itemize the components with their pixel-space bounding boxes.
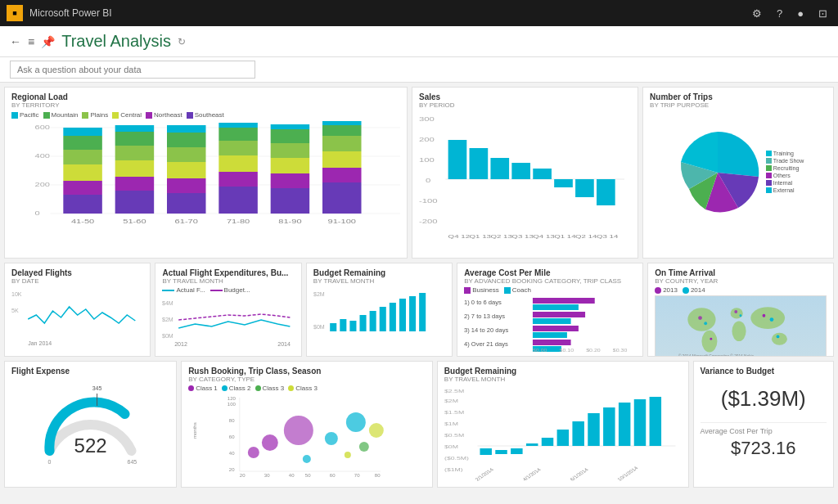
svg-rect-39	[271, 143, 310, 158]
nav-pin-icon[interactable]: 📌	[41, 35, 55, 48]
avg-cost-chart: 1) 0 to 6 days 2) 7 to 13 days 3) 14 to …	[464, 296, 636, 352]
nav-list-icon[interactable]: ≡	[28, 35, 34, 48]
svg-text:50: 50	[305, 473, 311, 478]
svg-text:Q2 14: Q2 14	[575, 234, 597, 240]
budget-main-title: Budget Remaining	[444, 367, 682, 376]
svg-rect-86	[359, 315, 366, 331]
svg-point-118	[740, 314, 742, 317]
svg-rect-171	[603, 407, 615, 446]
nav-back-icon[interactable]: ←	[10, 35, 21, 48]
svg-rect-91	[409, 296, 416, 331]
svg-text:$4M: $4M	[162, 300, 173, 306]
svg-rect-172	[619, 403, 630, 446]
svg-text:$2M: $2M	[444, 398, 458, 403]
svg-text:40: 40	[229, 451, 235, 456]
regional-load-chart: 600 400 200 0 41-50	[11, 121, 400, 240]
svg-rect-8	[63, 195, 102, 214]
svg-rect-43	[322, 182, 362, 214]
svg-rect-57	[448, 140, 467, 179]
svg-text:400: 400	[35, 153, 50, 160]
num-trips-card: Number of Trips BY TRIP PURPOSE	[642, 87, 834, 259]
delayed-subtitle: BY DATE	[11, 277, 143, 285]
svg-rect-29	[219, 187, 258, 214]
svg-text:2014: 2014	[278, 341, 291, 347]
svg-text:60: 60	[229, 434, 235, 439]
rush-booking-card: Rush Booking, Trip Class, Season BY CATE…	[181, 361, 433, 488]
svg-rect-30	[219, 172, 258, 187]
svg-text:Q4 13: Q4 13	[533, 234, 555, 240]
svg-rect-25	[167, 147, 206, 162]
svg-text:522: 522	[74, 434, 107, 457]
svg-text:345: 345	[92, 385, 102, 391]
app-title: Microsoft Power BI	[29, 7, 112, 19]
svg-text:120: 120	[228, 396, 237, 401]
svg-point-117	[734, 310, 737, 313]
svg-point-116	[704, 322, 707, 325]
svg-rect-9	[63, 181, 102, 195]
svg-rect-167	[542, 438, 553, 446]
svg-rect-173	[634, 399, 646, 446]
qa-input[interactable]	[10, 61, 255, 79]
svg-text:$1.5M: $1.5M	[444, 409, 464, 415]
svg-text:100: 100	[228, 402, 237, 407]
svg-point-113	[750, 307, 785, 329]
user-icon[interactable]: ●	[793, 7, 808, 20]
svg-text:0: 0	[35, 210, 40, 217]
svg-rect-45	[322, 151, 362, 168]
svg-rect-88	[380, 307, 386, 331]
svg-point-145	[248, 447, 259, 458]
svg-rect-95	[533, 304, 579, 310]
variance-avg-value: $723.16	[701, 438, 827, 459]
svg-point-111	[731, 308, 743, 318]
svg-text:Jan 2014: Jan 2014	[28, 340, 52, 346]
svg-rect-60	[511, 163, 530, 179]
svg-rect-22	[167, 193, 206, 214]
variance-title: Variance to Budget	[701, 367, 827, 376]
svg-text:4/1/2014: 4/1/2014	[520, 467, 542, 482]
svg-text:Q2 13: Q2 13	[490, 234, 512, 240]
settings-icon[interactable]: ⚙	[748, 7, 766, 20]
svg-point-120	[770, 317, 774, 322]
logo-box: ■	[7, 5, 23, 21]
on-time-map: © 2014 Microsoft Corporation © 2014 Noki…	[656, 296, 826, 357]
fullscreen-icon[interactable]: ⊡	[814, 7, 831, 20]
svg-text:80: 80	[229, 418, 235, 423]
svg-rect-63	[575, 179, 594, 197]
budget-main-subtitle: BY TRAVEL MONTH	[444, 376, 682, 383]
budget-small-title: Budget Remaining	[313, 268, 445, 277]
svg-rect-163	[480, 448, 491, 455]
svg-point-114	[772, 333, 787, 345]
svg-rect-37	[271, 173, 310, 188]
svg-text:20: 20	[229, 467, 235, 472]
svg-point-109	[687, 308, 715, 331]
on-time-subtitle: BY COUNTRY, YEAR	[655, 277, 827, 285]
svg-rect-24	[167, 162, 206, 178]
svg-text:70: 70	[354, 473, 360, 478]
svg-rect-12	[63, 136, 102, 150]
svg-text:0: 0	[426, 177, 430, 183]
svg-text:20: 20	[240, 473, 246, 478]
variance-budget-card: Variance to Budget ($1.39M) Average Cost…	[693, 361, 835, 488]
svg-text:6/1/2014: 6/1/2014	[568, 467, 589, 482]
delayed-chart: 10K 5K Jan 2014	[11, 286, 143, 348]
svg-rect-20	[115, 125, 155, 132]
svg-rect-62	[554, 179, 573, 187]
help-icon[interactable]: ?	[773, 7, 786, 20]
svg-rect-59	[490, 158, 509, 179]
svg-rect-90	[399, 299, 406, 331]
svg-rect-23	[167, 178, 206, 193]
svg-rect-58	[470, 148, 489, 179]
rush-booking-title: Rush Booking, Trip Class, Season	[188, 367, 426, 376]
svg-rect-169	[572, 421, 583, 446]
qa-bar	[0, 57, 838, 83]
svg-text:51-60: 51-60	[123, 218, 146, 225]
budget-small-chart: $2M $0M	[313, 286, 445, 348]
refresh-icon[interactable]: ↻	[178, 36, 186, 47]
avg-cost-subtitle: BY ADVANCED BOOKING CATEGORY, TRIP CLASS	[464, 277, 636, 285]
svg-text:$1M: $1M	[444, 421, 458, 426]
svg-rect-33	[219, 128, 258, 141]
svg-text:$0.5M: $0.5M	[444, 432, 464, 438]
svg-rect-32	[219, 141, 258, 155]
svg-point-153	[369, 423, 384, 438]
num-trips-subtitle: BY TRIP PURPOSE	[650, 101, 827, 109]
